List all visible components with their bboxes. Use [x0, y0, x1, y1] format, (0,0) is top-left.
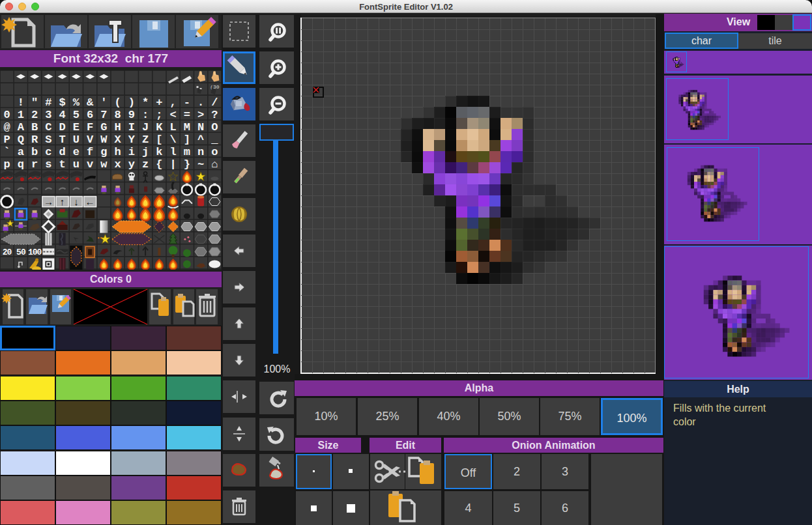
svg-text:x: x — [114, 158, 121, 171]
svg-text:%: % — [73, 96, 80, 109]
svg-text:*: * — [142, 96, 149, 109]
svg-text:M: M — [184, 121, 190, 134]
svg-text:V: V — [87, 134, 94, 146]
svg-text:j: j — [142, 146, 149, 158]
svg-text:l: l — [169, 146, 176, 158]
svg-text:]: ] — [184, 134, 190, 146]
svg-text:H: H — [114, 121, 121, 134]
svg-text:b: b — [31, 146, 38, 158]
svg-text:}: } — [184, 158, 190, 171]
svg-text:q: q — [18, 158, 24, 171]
svg-text:(: ( — [114, 96, 121, 109]
svg-text:6: 6 — [87, 109, 93, 121]
svg-text:[: [ — [156, 134, 162, 146]
svg-text:E: E — [73, 121, 80, 134]
svg-text:0: 0 — [3, 109, 10, 121]
svg-text:7: 7 — [100, 109, 107, 121]
svg-text:o: o — [211, 146, 218, 158]
svg-text:d: d — [59, 146, 65, 158]
svg-text:5: 5 — [73, 109, 80, 121]
svg-text:_: _ — [210, 134, 218, 146]
svg-text:': ' — [100, 96, 107, 109]
svg-text::: : — [142, 109, 149, 121]
svg-text:^: ^ — [197, 134, 204, 146]
svg-text:-: - — [184, 96, 190, 109]
svg-text:↑: ↑ — [60, 196, 65, 207]
svg-text:O: O — [211, 121, 218, 134]
svg-text:y: y — [128, 158, 135, 171]
svg-text:Y: Y — [128, 134, 136, 146]
svg-text:D: D — [59, 121, 65, 134]
svg-text:h: h — [114, 146, 121, 158]
svg-text:B: B — [31, 121, 38, 134]
svg-text:a: a — [18, 146, 24, 158]
svg-text:s: s — [45, 158, 51, 171]
svg-text:`: ` — [3, 146, 10, 158]
svg-text:8: 8 — [114, 109, 121, 121]
svg-text:I: I — [128, 121, 135, 134]
svg-text:3: 3 — [45, 109, 51, 121]
svg-text:N: N — [197, 121, 204, 134]
svg-text:↓: ↓ — [74, 196, 79, 207]
svg-text:): ) — [128, 96, 135, 109]
svg-text:>: > — [197, 109, 204, 121]
svg-text:#: # — [45, 96, 51, 109]
svg-text:z: z — [142, 158, 149, 171]
svg-text:\: \ — [169, 134, 176, 146]
svg-text:~: ~ — [197, 158, 204, 171]
svg-text:C: C — [45, 121, 51, 134]
svg-text:Z: Z — [142, 134, 149, 146]
svg-text:L: L — [169, 121, 176, 134]
svg-text:+: + — [156, 96, 162, 109]
svg-text:→: → — [44, 196, 53, 207]
svg-text:|: | — [169, 158, 176, 171]
svg-text:←: ← — [85, 196, 95, 207]
svg-text:g: g — [100, 146, 107, 158]
svg-text:w: w — [100, 158, 108, 171]
svg-text:(30: (30 — [210, 84, 220, 90]
svg-text:/: / — [211, 96, 218, 109]
svg-text:K: K — [156, 121, 163, 134]
svg-text:": " — [31, 96, 38, 109]
svg-text:Q: Q — [18, 134, 24, 146]
svg-text:r: r — [31, 158, 38, 171]
svg-text:20: 20 — [3, 248, 12, 257]
svg-text:S: S — [45, 134, 51, 146]
svg-text:P: P — [3, 134, 10, 146]
svg-text:A: A — [18, 121, 25, 134]
svg-text:2: 2 — [31, 109, 38, 121]
svg-text:e: e — [73, 146, 80, 158]
svg-text:F: F — [87, 121, 93, 134]
svg-text:k: k — [156, 146, 162, 158]
svg-text:9: 9 — [128, 109, 135, 121]
svg-text:{: { — [156, 158, 162, 171]
svg-text:?: ? — [211, 109, 218, 121]
svg-text:R: R — [31, 134, 38, 146]
svg-text:J: J — [142, 121, 149, 134]
svg-text:t: t — [59, 158, 65, 171]
svg-text:n: n — [197, 146, 204, 158]
svg-text:.: . — [197, 96, 204, 109]
svg-text:@: @ — [3, 121, 10, 134]
svg-text:100: 100 — [28, 248, 42, 257]
svg-text:G: G — [100, 121, 107, 134]
svg-text:<: < — [169, 109, 176, 121]
svg-text:,: , — [169, 96, 176, 109]
svg-text:W: W — [100, 134, 108, 146]
svg-text:!: ! — [18, 96, 24, 109]
svg-text:4: 4 — [59, 109, 65, 121]
svg-text:=: = — [184, 109, 190, 121]
svg-text:u: u — [73, 158, 80, 171]
svg-text:T: T — [59, 134, 65, 146]
svg-text:f: f — [87, 146, 93, 158]
svg-text:p: p — [3, 158, 10, 171]
svg-text:⌂: ⌂ — [211, 158, 218, 171]
svg-text:1: 1 — [18, 109, 24, 121]
svg-text:&: & — [87, 96, 94, 109]
svg-text:50: 50 — [16, 248, 26, 257]
svg-text:X: X — [114, 134, 121, 146]
svg-text:m: m — [184, 146, 190, 158]
svg-text:$: $ — [59, 96, 65, 109]
svg-text:U: U — [73, 134, 80, 146]
svg-text:c: c — [45, 146, 51, 158]
